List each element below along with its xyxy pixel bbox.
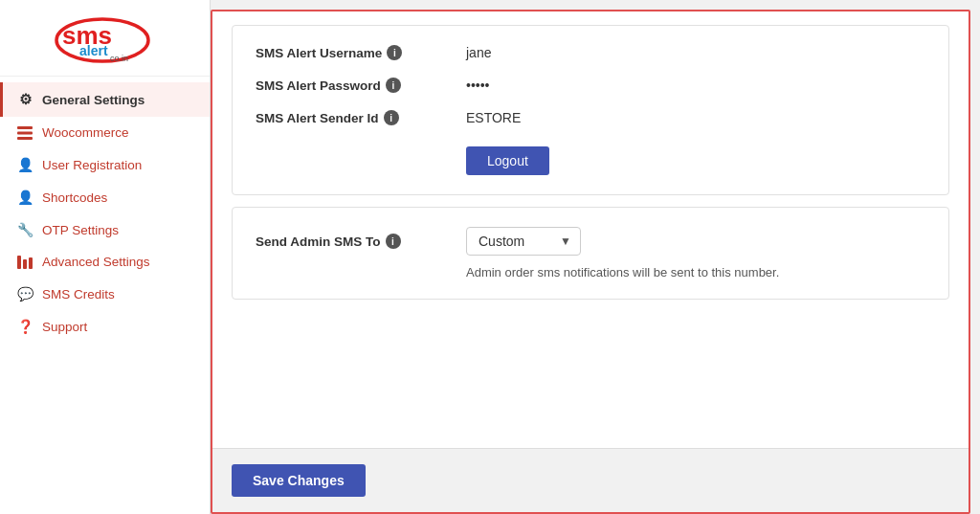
save-changes-button[interactable]: Save Changes — [232, 464, 366, 497]
send-admin-select[interactable]: Custom Admin Other — [466, 227, 581, 256]
admin-sms-card: Send Admin SMS To i Custom Admin Other ▼… — [232, 207, 949, 300]
password-label: SMS Alert Password i — [256, 78, 466, 93]
sidebar: sms alert co.in ⚙ General Settings Wooco… — [0, 0, 211, 514]
nav-menu: ⚙ General Settings Woocommerce 👤 User Re… — [0, 77, 210, 514]
svg-rect-5 — [17, 131, 33, 134]
admin-sms-info-icon[interactable]: i — [386, 234, 401, 249]
shortcode-icon: 👤 — [16, 190, 33, 205]
wrench-icon: 🔧 — [16, 222, 33, 237]
sidebar-item-label: User Registration — [42, 158, 142, 172]
question-icon: ❓ — [16, 319, 33, 334]
sender-id-row: SMS Alert Sender Id i ESTORE — [256, 110, 925, 125]
svg-rect-4 — [17, 126, 33, 129]
sidebar-item-support[interactable]: ❓ Support — [0, 310, 210, 343]
password-value: ••••• — [466, 78, 490, 93]
svg-rect-8 — [23, 259, 27, 269]
logo-area: sms alert co.in — [0, 0, 210, 77]
username-row: SMS Alert Username i jane — [256, 45, 925, 60]
advanced-icon — [16, 256, 33, 269]
username-value: jane — [466, 45, 491, 60]
logout-row: Logout — [256, 143, 925, 175]
list-icon — [16, 126, 33, 140]
content-area: SMS Alert Username i jane SMS Alert Pass… — [212, 11, 969, 448]
password-row: SMS Alert Password i ••••• — [256, 78, 925, 93]
sidebar-item-label: General Settings — [42, 93, 145, 107]
sidebar-item-general-settings[interactable]: ⚙ General Settings — [0, 82, 210, 117]
username-info-icon[interactable]: i — [387, 45, 402, 60]
sender-id-value: ESTORE — [466, 110, 521, 125]
sidebar-item-label: Woocommerce — [42, 125, 129, 140]
user-icon: 👤 — [16, 157, 33, 172]
svg-rect-9 — [29, 257, 33, 269]
sidebar-item-advanced-settings[interactable]: Advanced Settings — [0, 246, 210, 278]
sidebar-item-woocommerce[interactable]: Woocommerce — [0, 117, 210, 148]
sidebar-item-label: Shortcodes — [42, 190, 107, 205]
send-admin-row: Send Admin SMS To i Custom Admin Other ▼ — [256, 227, 925, 256]
custom-select-wrapper: Custom Admin Other ▼ — [466, 227, 581, 256]
gear-icon: ⚙ — [16, 91, 33, 108]
sidebar-item-shortcodes[interactable]: 👤 Shortcodes — [0, 181, 210, 213]
logout-button[interactable]: Logout — [466, 146, 549, 175]
sidebar-item-user-registration[interactable]: 👤 User Registration — [0, 148, 210, 181]
sidebar-item-sms-credits[interactable]: 💬 SMS Credits — [0, 278, 210, 310]
svg-text:alert: alert — [79, 43, 108, 58]
svg-rect-7 — [17, 256, 21, 269]
password-info-icon[interactable]: i — [386, 78, 401, 93]
sidebar-item-label: OTP Settings — [42, 223, 119, 237]
main-frame: SMS Alert Username i jane SMS Alert Pass… — [211, 10, 970, 514]
main-content: SMS Alert Username i jane SMS Alert Pass… — [211, 0, 980, 514]
sidebar-item-label: Advanced Settings — [42, 255, 150, 269]
sms-alert-logo: sms alert co.in — [53, 13, 158, 66]
footer-area: Save Changes — [212, 448, 969, 512]
sidebar-item-label: SMS Credits — [42, 287, 115, 302]
svg-text:co.in: co.in — [110, 54, 128, 63]
send-admin-label: Send Admin SMS To i — [256, 234, 466, 249]
username-label: SMS Alert Username i — [256, 45, 466, 60]
svg-rect-6 — [17, 137, 33, 140]
sidebar-item-label: Support — [42, 320, 87, 334]
sidebar-item-otp-settings[interactable]: 🔧 OTP Settings — [0, 213, 210, 246]
login-info-card: SMS Alert Username i jane SMS Alert Pass… — [232, 25, 949, 195]
sender-id-label: SMS Alert Sender Id i — [256, 110, 466, 125]
admin-note: Admin order sms notifications will be se… — [466, 265, 925, 279]
chat-icon: 💬 — [16, 286, 33, 302]
sender-id-info-icon[interactable]: i — [384, 110, 399, 125]
